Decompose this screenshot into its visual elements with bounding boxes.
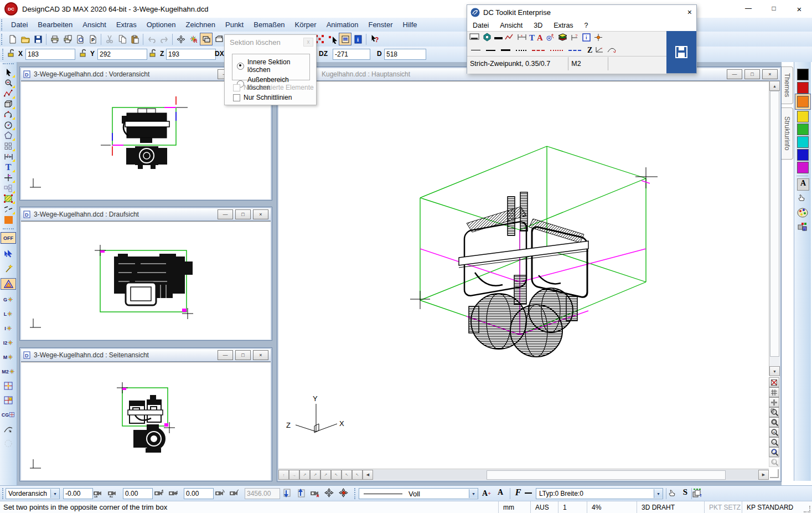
menu-fenster[interactable]: Fenster — [363, 19, 397, 30]
hauptansicht-minimize-button[interactable]: — — [727, 69, 742, 79]
toolkit-menu-datei[interactable]: Datei — [467, 22, 494, 29]
palette-button[interactable] — [797, 207, 808, 218]
zoom-extents-button[interactable] — [769, 407, 779, 417]
hscroll-left-button[interactable]: ◀ — [363, 470, 373, 480]
print-setup-button[interactable] — [61, 33, 74, 45]
sektion-loeschen-dialog[interactable]: Sektion löschen x Innere Sektion löschen… — [224, 34, 317, 105]
dropdown-arrow-icon[interactable]: ▼ — [50, 489, 59, 498]
view-rotate-8-button[interactable]: ↖ — [352, 470, 363, 480]
hauptansicht-maximize-button[interactable]: □ — [744, 69, 760, 79]
linestyle-tool[interactable] — [1, 204, 15, 214]
seitenansicht-close-button[interactable]: × — [253, 350, 268, 360]
pull-view-button[interactable] — [296, 488, 306, 500]
ltype-dropdown[interactable]: LTyp:0 Breite:0 ▼ — [536, 488, 663, 499]
context-help-button[interactable]: ? — [368, 33, 381, 45]
hscroll-thumb[interactable] — [487, 470, 726, 480]
color-swatch-blue[interactable] — [797, 149, 809, 161]
dimension-tool[interactable]: x — [1, 151, 15, 162]
paste-button[interactable] — [128, 33, 141, 45]
line-width-icon[interactable] — [525, 493, 532, 494]
status-zoom[interactable]: 4% — [587, 501, 642, 513]
check-schnittlinien[interactable]: Nur Schnittlinien — [233, 94, 292, 101]
draufsicht-close-button[interactable]: × — [253, 209, 268, 219]
menu-optionen[interactable]: Optionen — [142, 19, 181, 30]
text-a-icon[interactable]: A — [537, 33, 543, 43]
toolkit-menu-help[interactable]: ? — [579, 22, 594, 29]
menu-bearbeiten[interactable]: Bearbeiten — [33, 19, 77, 30]
toolkit-close-button[interactable]: × — [687, 8, 692, 17]
snap-intersect-button[interactable]: I — [1, 323, 15, 334]
seitenansicht-minimize-button[interactable]: — — [218, 350, 233, 360]
solid-box-tool[interactable] — [1, 99, 15, 109]
window-draufsicht[interactable]: D 3-Wege-Kugelhahn.dcd : Draufsicht — □ … — [19, 207, 272, 341]
rotate-left-camera-button[interactable] — [93, 489, 104, 499]
snap-frame-button[interactable] — [1, 381, 15, 391]
draufsicht-titlebar[interactable]: D 3-Wege-Kugelhahn.dcd : Draufsicht — □ … — [21, 208, 271, 221]
vscroll-thumb[interactable] — [770, 91, 779, 357]
menu-animation[interactable]: Animation — [322, 19, 364, 30]
hauptansicht-canvas[interactable]: Y X Z — [278, 81, 769, 469]
draufsicht-minimize-button[interactable]: — — [218, 209, 233, 219]
section-delete-button[interactable] — [200, 33, 213, 45]
view-rotate-4-button[interactable]: ↗ — [310, 470, 320, 480]
view-distance-input[interactable]: 3456.00 — [245, 488, 280, 499]
color-swatch-green[interactable] — [797, 124, 809, 135]
add-view-button[interactable] — [769, 397, 779, 407]
linestyle-dropdown[interactable]: Voll ▼ — [359, 488, 478, 499]
snap-gravity-button[interactable]: G — [1, 294, 15, 305]
cut-button[interactable] — [103, 33, 116, 45]
menubar-grip[interactable] — [1, 19, 4, 30]
rotate-tool[interactable] — [1, 109, 15, 120]
pick-color-button[interactable] — [797, 193, 808, 204]
toolkit-save-panel[interactable] — [666, 31, 696, 73]
new-file-button[interactable] — [6, 33, 19, 45]
select-tool[interactable] — [1, 67, 15, 78]
hscroll-right-button[interactable]: ▶ — [758, 470, 769, 480]
info-box-button[interactable]: i — [351, 33, 364, 45]
zoom-out-button[interactable]: - — [769, 437, 779, 447]
d-input[interactable]: 518 — [384, 49, 426, 60]
f-style-button[interactable]: F — [513, 488, 524, 498]
dialog-close-button[interactable]: x — [303, 38, 313, 47]
app-close-button[interactable]: × — [787, 4, 812, 14]
hatch-tool[interactable] — [1, 193, 15, 204]
arc-tool-icon[interactable] — [607, 45, 617, 55]
tab-themes[interactable]: Themes — [782, 66, 793, 104]
menu-zeichnen[interactable]: Zeichnen — [181, 19, 220, 30]
view-rotate-7-button[interactable]: ↖ — [342, 470, 352, 480]
page-setup-button[interactable]: P — [86, 33, 99, 45]
dimension-icon[interactable]: x — [517, 33, 527, 43]
menu-ansicht[interactable]: Ansicht — [77, 19, 111, 30]
camera-reset-button[interactable] — [310, 489, 320, 499]
view-rotate-5-button[interactable]: ↗ — [320, 470, 331, 480]
color-swatch-orange-selected[interactable] — [795, 94, 811, 110]
array-tool[interactable] — [1, 141, 15, 151]
wand-tool[interactable] — [1, 263, 15, 274]
snap-cg-button[interactable]: CG — [1, 409, 15, 420]
main-hscrollbar[interactable] — [373, 470, 758, 480]
linetype-solid-medium[interactable] — [486, 50, 495, 51]
circle-tool[interactable] — [1, 120, 15, 130]
zoom-window-button[interactable] — [769, 417, 779, 427]
section-tool-button[interactable] — [213, 33, 225, 45]
snap-midpoint2-button[interactable]: M2 — [1, 366, 15, 377]
rotate-y-input[interactable]: 0.00 — [123, 488, 153, 499]
view-rotate-1-button[interactable]: ↑ — [278, 470, 289, 480]
menu-koerper[interactable]: Körper — [290, 19, 322, 30]
font-increase-button[interactable]: A+ — [480, 488, 493, 499]
info-square-icon[interactable]: i — [582, 33, 591, 43]
layer-colors-button[interactable] — [797, 222, 808, 233]
zoom-next-button[interactable] — [769, 457, 779, 467]
set-origin-button[interactable] — [324, 488, 334, 499]
app-minimize-button[interactable]: — — [736, 4, 761, 14]
zoom-in-button[interactable]: + — [769, 427, 779, 437]
snap-midpoint-button[interactable]: M — [1, 352, 15, 362]
linetype-dot-red[interactable] — [550, 50, 563, 51]
toolkit-menu-extras[interactable]: Extras — [548, 22, 578, 29]
tilt-up-camera-button[interactable] — [154, 489, 164, 499]
thick-line-icon[interactable] — [494, 37, 503, 39]
snap-intersect2-button[interactable]: I2 — [1, 337, 15, 348]
scroll-up-button[interactable]: ▲ — [769, 81, 780, 91]
coordbar-grip[interactable] — [2, 49, 5, 60]
linetype-dashdot-blue[interactable] — [568, 50, 581, 51]
